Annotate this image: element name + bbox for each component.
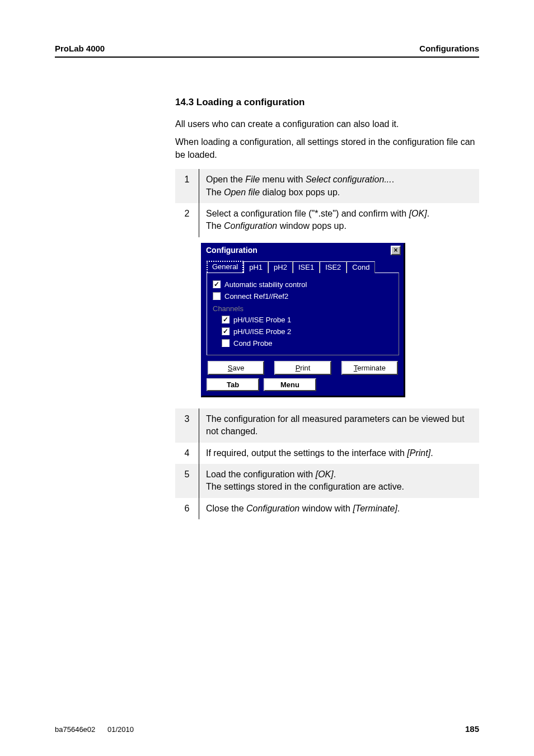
checkbox-probe1[interactable]: ✓ [222,316,229,323]
checkbox-auto-stability[interactable]: ✓ [213,280,221,288]
dialog-tab[interactable]: General [207,261,243,273]
step-number: 1 [175,169,199,203]
step-text: If required, output the settings to the … [199,443,480,464]
save-button[interactable]: Save [208,361,264,375]
group-channels-label: Channels [213,302,393,314]
step-number: 5 [175,464,199,498]
label-probe1: pH/U/ISE Probe 1 [233,316,291,324]
step-number: 4 [175,443,199,464]
header-right: Configurations [419,44,479,53]
close-icon[interactable]: × [391,246,401,255]
bottom-tab-tab[interactable]: Tab [207,378,259,391]
intro-p2: When loading a configuration, all settin… [175,136,479,161]
step-text: Open the File menu with Select configura… [199,169,480,203]
label-connect-ref: Connect Ref1//Ref2 [224,292,288,300]
page-header: ProLab 4000 Configurations [55,44,479,58]
footer-date: 01/2010 [107,725,134,734]
step-row: 2Select a configuration file ("*.ste") a… [175,203,479,237]
dialog-titlebar: Configuration × [202,244,404,257]
checkbox-connect-ref[interactable] [213,292,221,300]
header-left: ProLab 4000 [55,44,105,53]
label-cond-probe: Cond Probe [233,339,272,348]
terminate-button[interactable]: Terminate [341,361,398,375]
step-text: Select a configuration file ("*.ste") an… [199,203,480,237]
step-table-a: 1Open the File menu with Select configur… [175,169,479,237]
checkbox-cond-probe[interactable] [222,339,229,347]
step-row: 6Close the Configuration window with [Te… [175,498,479,519]
step-row: 4If required, output the settings to the… [175,443,479,464]
main-content: 14.3 Loading a configuration All users w… [55,58,479,519]
page-footer: ba75646e02 01/2010 185 [55,713,479,734]
step-number: 2 [175,203,199,237]
step-number: 6 [175,498,199,519]
label-probe2: pH/U/ISE Probe 2 [233,327,291,336]
footer-doc: ba75646e02 [55,725,95,734]
dialog-tab[interactable]: Cond [346,261,375,273]
footer-page-number: 185 [465,724,479,734]
step-row: 5Load the configuration with [OK].The se… [175,464,479,498]
dialog-tab-panel: ✓ Automatic stability control Connect Re… [207,273,399,355]
dialog-tab[interactable]: pH2 [268,261,293,273]
step-row: 3The configuration for all measured para… [175,408,479,443]
step-row: 1Open the File menu with Select configur… [175,169,479,203]
dialog-tab[interactable]: ISE2 [320,261,346,273]
configuration-dialog: Configuration × GeneralpH1pH2ISE1ISE2Con… [201,243,405,397]
section-heading: 14.3 Loading a configuration [175,97,479,108]
dialog-tab-row: GeneralpH1pH2ISE1ISE2Cond [207,261,399,273]
dialog-screenshot: Configuration × GeneralpH1pH2ISE1ISE2Con… [175,237,479,401]
step-number: 3 [175,408,199,443]
bottom-tab-menu[interactable]: Menu [264,378,316,391]
print-button[interactable]: Print [274,361,331,375]
step-text: Load the configuration with [OK].The set… [199,464,480,498]
step-text: Close the Configuration window with [Ter… [199,498,480,519]
dialog-tab[interactable]: pH1 [243,261,268,273]
label-auto-stability: Automatic stability control [224,280,307,289]
step-table-b: 3The configuration for all measured para… [175,408,479,519]
dialog-tab[interactable]: ISE1 [293,261,320,273]
checkbox-probe2[interactable]: ✓ [222,327,229,335]
dialog-title: Configuration [206,246,257,255]
intro-p1: All users who can create a configuration… [175,118,479,130]
step-text: The configuration for all measured param… [199,408,480,443]
